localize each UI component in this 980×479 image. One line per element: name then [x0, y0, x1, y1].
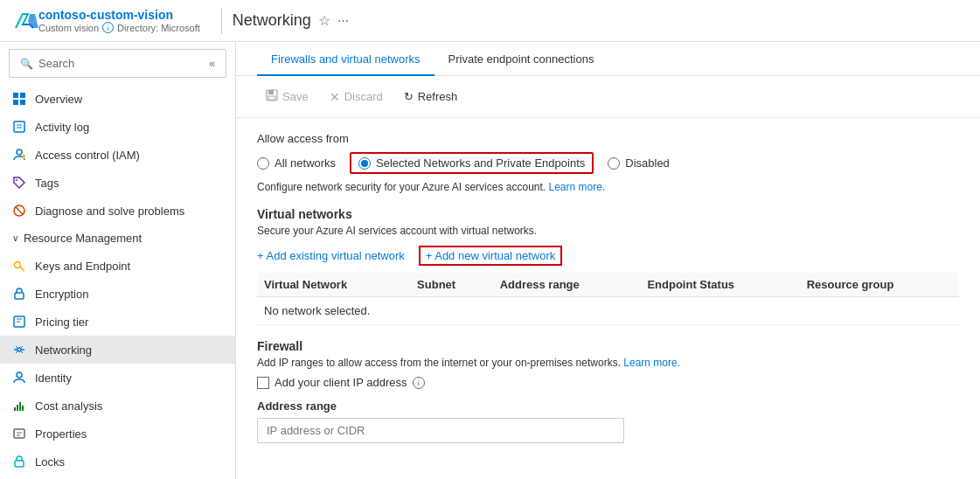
svg-line-15 [16, 207, 23, 214]
radio-all-networks[interactable]: All networks [257, 156, 336, 170]
firewall-learn-more[interactable]: Learn more. [623, 357, 680, 369]
svg-rect-34 [268, 96, 275, 100]
svg-rect-24 [14, 407, 16, 411]
toolbar: Save ✕ Discard ↻ Refresh [236, 76, 980, 118]
overview-icon [12, 92, 26, 106]
vnet-no-network-row: No network selected. [257, 297, 959, 325]
resource-name[interactable]: contoso-custom-vision [38, 8, 200, 22]
svg-point-22 [17, 348, 21, 351]
logo-group [14, 9, 38, 33]
sidebar-item-identity[interactable]: Identity [0, 364, 235, 392]
sidebar-item-cost-analysis-label: Cost analysis [35, 399, 102, 413]
virtual-networks-section: Virtual networks Secure your Azure AI se… [257, 207, 959, 325]
svg-rect-3 [13, 93, 18, 98]
radio-all-label: All networks [275, 156, 336, 170]
svg-rect-27 [22, 406, 24, 411]
refresh-label: Refresh [418, 90, 458, 103]
collapse-icon[interactable]: « [209, 58, 215, 70]
diagnose-icon [12, 204, 26, 218]
radio-disabled[interactable]: Disabled [608, 156, 670, 170]
vnet-table-header-row: Virtual Network Subnet Address range End… [257, 273, 959, 297]
more-options-icon[interactable]: ··· [337, 13, 349, 29]
search-placeholder: Search [38, 57, 204, 70]
sidebar-item-networking-label: Networking [35, 344, 92, 357]
info-icon: i [102, 22, 114, 33]
svg-point-10 [17, 149, 22, 155]
discard-label: Discard [344, 90, 383, 103]
properties-icon [12, 427, 26, 441]
svg-rect-6 [20, 100, 25, 105]
allow-access-learn-more[interactable]: Learn more. [549, 181, 606, 193]
sidebar-item-keys-label: Keys and Endpoint [35, 260, 130, 273]
no-network-text: No network selected. [257, 297, 959, 325]
sidebar-item-activity-log[interactable]: Activity log [0, 113, 235, 141]
sidebar-item-overview[interactable]: Overview [0, 85, 235, 113]
sidebar-item-encryption[interactable]: Encryption [0, 280, 235, 308]
search-box[interactable]: 🔍 Search « [9, 49, 226, 78]
radio-selected-circle [358, 157, 371, 170]
svg-rect-28 [14, 429, 24, 438]
client-ip-checkbox-row: Add your client IP address i [257, 376, 959, 389]
pricing-icon [12, 315, 26, 329]
svg-point-13 [16, 179, 17, 181]
radio-group: All networks Selected Networks and Priva… [257, 152, 959, 174]
subtitle-directory: Directory: Microsoft [117, 23, 200, 33]
header: contoso-custom-vision Custom vision i Di… [0, 0, 980, 42]
virtual-networks-table: Virtual Network Subnet Address range End… [257, 273, 959, 325]
tab-bar: Firewalls and virtual networks Private e… [236, 42, 980, 76]
vnet-col-name: Virtual Network [257, 273, 410, 297]
radio-selected-networks[interactable]: Selected Networks and Private Endpoints [350, 152, 594, 174]
content-area: Firewalls and virtual networks Private e… [236, 42, 980, 479]
sidebar-item-locks[interactable]: Locks [0, 448, 235, 476]
client-ip-checkbox[interactable] [257, 377, 269, 389]
refresh-button[interactable]: ↻ Refresh [395, 86, 467, 108]
subtitle-service: Custom vision [38, 23, 99, 33]
sidebar-item-locks-label: Locks [35, 455, 65, 469]
sidebar-item-pricing-label: Pricing tier [35, 316, 88, 329]
vnet-actions: + Add existing virtual network + Add new… [257, 246, 959, 266]
header-divider [221, 8, 222, 34]
firewall-desc: Add IP ranges to allow access from the i… [257, 357, 959, 369]
address-range-label: Address range [257, 399, 959, 413]
sidebar-item-networking[interactable]: Networking [0, 336, 235, 364]
svg-rect-33 [268, 90, 274, 94]
svg-rect-5 [13, 100, 18, 105]
sidebar-item-access-control[interactable]: ⚙ Access control (IAM) [0, 141, 235, 169]
refresh-icon: ↻ [404, 90, 414, 103]
header-title-group: contoso-custom-vision Custom vision i Di… [38, 8, 200, 33]
radio-disabled-label: Disabled [625, 156, 670, 170]
discard-button[interactable]: ✕ Discard [321, 86, 392, 108]
client-ip-info-icon[interactable]: i [413, 377, 425, 389]
sidebar-item-pricing[interactable]: Pricing tier [0, 308, 235, 336]
main-layout: 🔍 Search « Overview Activity log ⚙ Acces… [0, 42, 980, 479]
sidebar-item-keys[interactable]: Keys and Endpoint [0, 252, 235, 280]
identity-icon [12, 371, 26, 385]
sidebar-item-encryption-label: Encryption [35, 288, 88, 301]
favorite-star-icon[interactable]: ☆ [318, 12, 330, 29]
sidebar-item-tags-label: Tags [35, 177, 59, 190]
tab-private-endpoints[interactable]: Private endpoint connections [434, 42, 608, 76]
vnet-col-status: Endpoint Status [640, 273, 799, 297]
svg-rect-25 [17, 405, 18, 411]
save-button[interactable]: Save [257, 85, 317, 108]
add-new-vnet-link[interactable]: + Add new virtual network [419, 246, 563, 266]
sidebar-item-properties[interactable]: Properties [0, 420, 235, 448]
virtual-networks-desc: Secure your Azure AI services account wi… [257, 225, 959, 237]
sidebar-item-activity-log-label: Activity log [35, 121, 89, 134]
networking-icon [12, 343, 26, 357]
sidebar-item-diagnose[interactable]: Diagnose and solve problems [0, 197, 235, 225]
sidebar: 🔍 Search « Overview Activity log ⚙ Acces… [0, 42, 236, 479]
add-existing-vnet-link[interactable]: + Add existing virtual network [257, 249, 405, 262]
save-label: Save [282, 90, 309, 103]
header-subtitle: Custom vision i Directory: Microsoft [38, 22, 200, 33]
sidebar-item-tags[interactable]: Tags [0, 169, 235, 197]
key-icon [12, 259, 26, 273]
radio-selected-label: Selected Networks and Private Endpoints [376, 156, 585, 170]
encryption-icon [12, 287, 26, 301]
address-range-input[interactable] [257, 418, 624, 443]
firewall-title: Firewall [257, 339, 959, 353]
tab-firewalls[interactable]: Firewalls and virtual networks [257, 42, 434, 76]
vnet-col-rg: Resource group [800, 273, 959, 297]
resource-management-section[interactable]: ∨ Resource Management [0, 225, 235, 252]
sidebar-item-cost-analysis[interactable]: Cost analysis [0, 392, 235, 420]
